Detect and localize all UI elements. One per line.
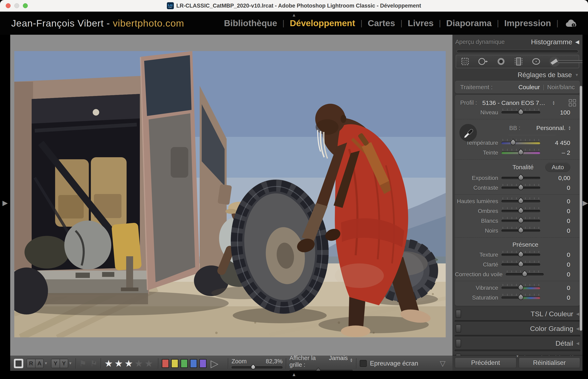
wb-value[interactable]: Personnal. — [536, 125, 566, 131]
loupe-view-button[interactable] — [14, 359, 23, 368]
panel-toggle-switch[interactable] — [456, 339, 461, 347]
panel-scrollbar[interactable] — [580, 86, 582, 331]
panel-header-detail[interactable]: Détail ◀ — [452, 337, 583, 350]
texture-value: 0 — [544, 251, 570, 258]
red-eye-tool-icon[interactable] — [496, 56, 506, 67]
fullscreen-button[interactable] — [23, 3, 28, 8]
profile-stepper-icon[interactable]: ▲▼ — [552, 100, 555, 105]
highlights-slider[interactable] — [501, 200, 540, 203]
whites-slider[interactable] — [501, 220, 540, 222]
histogram-collapsed-strip[interactable] — [457, 50, 578, 53]
contrast-slider[interactable] — [501, 187, 540, 189]
star-rating[interactable]: ★★★★★ — [104, 358, 155, 369]
caret-down-icon[interactable]: ▼ — [44, 361, 48, 365]
graduated-filter-icon[interactable] — [513, 56, 524, 67]
clarity-slider[interactable] — [501, 263, 540, 266]
close-button[interactable] — [6, 3, 11, 8]
toolbar-options-icon[interactable]: ▽ — [440, 359, 446, 368]
blacks-label: Noirs — [455, 227, 501, 234]
reset-button[interactable]: Réinitialiser — [519, 358, 580, 368]
wb-stepper-icon[interactable]: ▲▼ — [568, 126, 571, 130]
shadows-slider[interactable] — [501, 210, 540, 212]
color-label-purple[interactable] — [199, 359, 207, 368]
grid-control: Afficher la grille : Jamais ▲▼ — [290, 355, 353, 372]
before-after-yy-button[interactable]: YY — [51, 359, 68, 368]
expand-panel-icon[interactable]: ◀ — [576, 326, 579, 331]
treatment-color-option[interactable]: Couleur — [518, 84, 540, 91]
left-panel-strip[interactable]: ▶ — [0, 35, 10, 371]
temperature-slider[interactable] — [501, 142, 540, 144]
white-balance-section: BB : Personnal. ▲▼ Température 4 450 Tei… — [455, 121, 580, 158]
module-impression[interactable]: Impression — [504, 18, 551, 28]
panel-toggle-switch[interactable] — [456, 310, 461, 318]
toolbar-divider — [356, 358, 356, 369]
module-developpement[interactable]: Développement — [290, 18, 355, 28]
color-label-red[interactable] — [162, 359, 169, 368]
hide-right-panel-icon[interactable]: ▶ — [583, 199, 588, 207]
profile-label: Profil : — [460, 99, 477, 106]
expand-panel-icon[interactable]: ◀ — [576, 341, 579, 346]
presence-header: Présence — [455, 239, 580, 250]
ref-view-left: R — [27, 359, 35, 368]
flag-reject-icon[interactable]: ⚑✕ — [90, 359, 98, 368]
panel-header-color-grading[interactable]: Color Grading ◀ — [452, 322, 583, 335]
adjustment-brush-icon[interactable] — [548, 56, 583, 67]
crop-tool-icon[interactable] — [460, 56, 470, 67]
texture-slider[interactable] — [501, 254, 540, 256]
tint-row: Teinte – 2 — [455, 148, 580, 158]
collapse-left-icon[interactable]: ◀ — [575, 39, 579, 45]
panel-buttons-row: ▼ Précédent Réinitialiser — [452, 356, 583, 371]
wb-eyedropper[interactable] — [459, 124, 477, 142]
sync-cloud-icon[interactable] — [565, 19, 577, 28]
right-panel-strip[interactable]: ▶ — [583, 35, 588, 371]
toolbar-divider — [76, 358, 76, 369]
minimize-button[interactable] — [14, 3, 19, 8]
color-label-green[interactable] — [181, 359, 188, 368]
amount-slider[interactable] — [501, 111, 540, 114]
profile-browser-icon[interactable] — [569, 99, 576, 106]
hide-top-panel-icon[interactable]: ▲ — [292, 13, 296, 18]
flag-pick-icon[interactable]: ⚑ — [79, 359, 87, 368]
dehaze-slider[interactable] — [506, 273, 544, 276]
radial-filter-icon[interactable] — [531, 56, 542, 67]
filmstrip-collapsed[interactable]: ▲ — [0, 371, 588, 379]
exposure-slider[interactable] — [501, 177, 540, 179]
grid-value[interactable]: Jamais — [329, 355, 348, 362]
histogram-header[interactable]: Aperçu dynamique Histogramme ◀ — [452, 35, 583, 49]
photo-canvas — [14, 51, 446, 337]
slideshow-play-icon[interactable]: ▷ — [211, 358, 218, 369]
disclosure-icon[interactable]: ▼ — [575, 73, 579, 77]
profile-value[interactable]: 5136 - Canon EOS 7D (Any) - Doux... — [482, 99, 550, 106]
photo-view[interactable] — [14, 51, 446, 337]
show-filmstrip-icon[interactable]: ▲ — [292, 372, 296, 377]
healing-tool-icon[interactable] — [477, 56, 489, 67]
module-cartes[interactable]: Cartes — [368, 18, 395, 28]
caret-down-icon[interactable]: ▼ — [69, 361, 72, 365]
tint-slider[interactable] — [501, 152, 540, 154]
vibrance-slider[interactable] — [501, 287, 540, 289]
show-left-panel-icon[interactable]: ▶ — [2, 199, 8, 207]
color-label-yellow[interactable] — [171, 359, 178, 368]
zoom-slider[interactable] — [232, 366, 283, 369]
blacks-slider[interactable] — [501, 230, 540, 232]
color-label-blue[interactable] — [190, 359, 197, 368]
tone-header: Tonalité Auto — [455, 161, 580, 173]
grid-stepper-icon[interactable]: ▲▼ — [350, 358, 353, 362]
treatment-bw-option[interactable]: Noir/blanc — [547, 84, 575, 91]
soft-proof-checkbox[interactable] — [360, 360, 367, 367]
auto-tone-button[interactable]: Auto — [545, 162, 570, 172]
previous-button[interactable]: Précédent — [455, 358, 516, 368]
panel-header-tsl-couleur[interactable]: TSL / Couleur ◀ — [452, 308, 583, 320]
module-separator: | — [282, 19, 284, 28]
module-diaporama[interactable]: Diaporama — [446, 18, 492, 28]
panel-toggle-switch[interactable] — [456, 324, 461, 333]
expand-panel-icon[interactable]: ◀ — [576, 311, 579, 316]
before-after-lr-button[interactable]: RA — [27, 359, 44, 368]
basic-panel-header[interactable]: Réglages de base ▼ — [452, 69, 583, 80]
saturation-slider[interactable] — [501, 297, 540, 299]
titlebar: Lrc CAT LR-CLASSIC_CatMBP_2020-v10.lrcat… — [0, 0, 588, 12]
toolbar: RA ▼ YY ▼ ⚑ ⚑✕ ★★★★★ — [10, 356, 452, 371]
module-bibliotheque[interactable]: Bibliothèque — [224, 18, 277, 28]
module-livres[interactable]: Livres — [408, 18, 434, 28]
temperature-label: Température — [455, 140, 501, 146]
